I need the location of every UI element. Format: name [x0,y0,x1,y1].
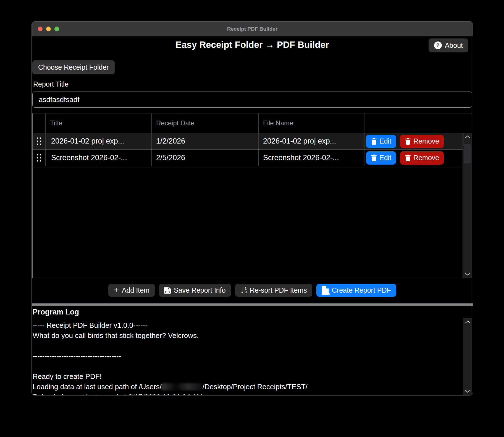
table-row[interactable]: Screenshot 2026-02-... 2/5/2026 Screensh… [33,150,463,166]
scroll-up-icon[interactable] [463,135,472,139]
drag-dots-icon [37,137,41,145]
edit-button[interactable]: Edit [366,151,396,165]
remove-button[interactable]: Remove [400,151,444,165]
log-line: ----- Receipt PDF Builder v1.0.0------ [33,320,460,331]
about-button-label: About [445,41,463,50]
log-scroll-up-icon[interactable] [463,320,472,324]
log-line: ------------------------------------- [33,351,460,361]
minimize-button[interactable] [46,27,51,31]
remove-button-label: Remove [413,154,439,162]
log-line: Loading data at last used path of /Users… [33,382,460,392]
action-bar: + Add Item Save Report Info ↓ 1 9 Re-sor… [32,284,472,297]
edit-button[interactable]: Edit [366,135,396,148]
add-item-label: Add Item [122,286,149,294]
titlebar[interactable]: Receipt PDF Builder [32,22,473,36]
column-header-file: File Name [259,113,364,133]
edit-button-label: Edit [379,154,391,162]
column-header-title: Title [46,113,152,133]
pane-splitter[interactable] [32,303,473,306]
remove-button[interactable]: Remove [400,135,444,148]
plus-icon: + [114,285,119,294]
log-blank-line [33,341,460,351]
scroll-down-icon[interactable] [463,272,472,276]
window-title: Receipt PDF Builder [227,26,278,32]
cell-actions: Edit Remove [364,150,463,166]
create-report-pdf-button[interactable]: PDF Create Report PDF [316,284,396,297]
column-header-actions [364,113,472,133]
app-window: Receipt PDF Builder Easy Receipt Folder … [32,21,473,396]
receipts-table: Title Receipt Date File Name 2026-01-02 … [32,113,472,278]
question-icon: ? [434,41,442,49]
traffic-lights [38,22,59,36]
pdf-file-icon: PDF [322,286,329,295]
column-header-date: Receipt Date [152,113,259,133]
save-report-info-label: Save Report Info [174,286,226,294]
cell-file-name: 2026-01-02 proj exp... [259,133,364,149]
edit-button-label: Edit [379,137,391,145]
about-button[interactable]: ? About [429,38,468,52]
page-title: Easy Receipt Folder → PDF Builder [32,36,472,50]
redacted-username [162,383,203,390]
remove-button-label: Remove [413,137,439,145]
header: Easy Receipt Folder → PDF Builder ? Abou… [32,36,472,56]
drag-column-header [33,113,46,133]
table-scrollbar-thumb[interactable] [464,144,471,163]
program-log-heading: Program Log [33,308,472,316]
trash-icon [371,138,377,145]
cell-title: 2026-01-02 proj exp... [46,133,152,149]
resort-pdf-items-button[interactable]: ↓ 1 9 Re-sort PDF Items [235,284,312,297]
table-row[interactable]: 2026-01-02 proj exp... 1/2/2026 2026-01-… [33,133,463,150]
cell-title: Screenshot 2026-02-... [46,150,152,166]
log-line: Ready to create PDF! [33,371,460,382]
log-line: Reloaded report last saved at 2/17/2026 … [33,392,460,396]
close-button[interactable] [38,27,43,31]
save-report-info-button[interactable]: Save Report Info [159,284,231,297]
report-title-label: Report Title [33,80,472,88]
drag-handle[interactable] [33,150,46,166]
cell-receipt-date: 1/2/2026 [152,133,259,149]
drag-dots-icon [37,154,41,162]
log-line: What do you call birds that stick togeth… [33,331,460,341]
report-title-input[interactable] [32,92,472,108]
table-body: 2026-01-02 proj exp... 1/2/2026 2026-01-… [33,133,472,278]
sort-numeric-down-icon: ↓ 1 9 [240,287,247,294]
cell-file-name: Screenshot 2026-02-... [259,150,364,166]
trash-icon [405,155,411,161]
table-scrollbar[interactable] [463,133,472,278]
trash-icon [405,138,411,145]
trash-icon [371,155,377,161]
log-scrollbar[interactable] [463,318,472,395]
window-content: Easy Receipt Folder → PDF Builder ? Abou… [32,36,473,395]
log-blank-line [33,361,460,371]
cell-receipt-date: 2/5/2026 [152,150,259,166]
create-report-pdf-label: Create Report PDF [332,286,391,294]
program-log-text: ----- Receipt PDF Builder v1.0.0------Wh… [33,320,460,396]
log-scroll-down-icon[interactable] [463,389,472,393]
drag-handle[interactable] [33,133,46,149]
zoom-button[interactable] [54,27,59,31]
resort-pdf-items-label: Re-sort PDF Items [250,286,307,294]
choose-receipt-folder-button[interactable]: Choose Receipt Folder [32,60,115,74]
table-header-row: Title Receipt Date File Name [33,113,472,133]
save-icon [164,287,171,294]
add-item-button[interactable]: + Add Item [108,284,155,297]
program-log: ----- Receipt PDF Builder v1.0.0------Wh… [32,318,472,395]
cell-actions: Edit Remove [364,133,463,149]
